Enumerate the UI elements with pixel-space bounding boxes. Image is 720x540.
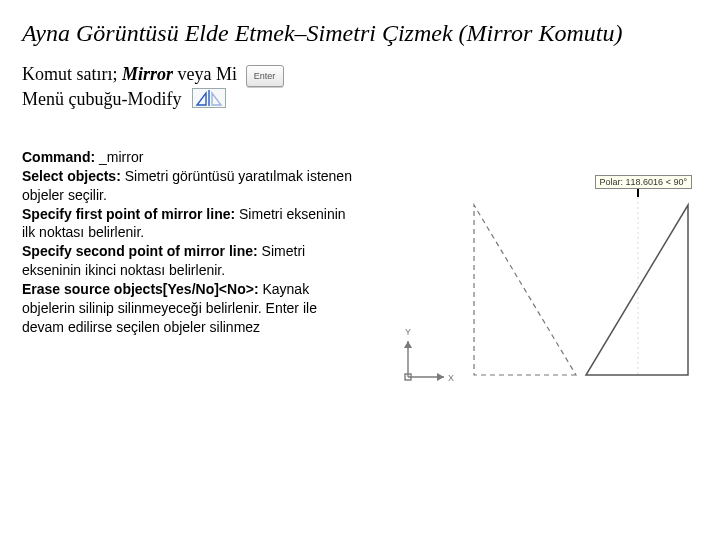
instr-mirror: Mirror <box>122 64 173 84</box>
enter-key-icon: Enter <box>246 65 284 87</box>
cmd-line: Command: _mirror <box>22 148 352 167</box>
instr-mi: Mi <box>216 64 237 84</box>
cmd-line: Select objects: Simetri görüntüsü yaratı… <box>22 167 352 205</box>
figure: Y X Polar: 118.6016 < 90° <box>388 175 708 405</box>
command-block: Command: _mirror Select objects: Simetri… <box>22 148 352 337</box>
cmd-line: Specify first point of mirror line: Sime… <box>22 205 352 243</box>
polar-tooltip: Polar: 118.6016 < 90° <box>595 175 692 189</box>
page-title: Ayna Görüntüsü Elde Etmek–Simetri Çizmek… <box>22 18 698 48</box>
mirror-icon <box>192 88 226 114</box>
instr-prefix: Komut satırı; <box>22 64 122 84</box>
instr-veya: veya <box>173 64 216 84</box>
cmd-line: Specify second point of mirror line: Sim… <box>22 242 352 280</box>
instr-line2: Menü çubuğu-Modify <box>22 89 181 109</box>
axis-y-label: Y <box>405 327 411 337</box>
svg-marker-8 <box>474 205 576 375</box>
axis-x-label: X <box>448 373 454 383</box>
cmd-line: Erase source objects[Yes/No]<No>: Kaynak… <box>22 280 352 337</box>
svg-marker-7 <box>586 205 688 375</box>
svg-marker-13 <box>404 341 412 348</box>
instruction-block: Komut satırı; Mirror veya Mi Enter Menü … <box>22 62 698 114</box>
svg-marker-11 <box>437 373 444 381</box>
